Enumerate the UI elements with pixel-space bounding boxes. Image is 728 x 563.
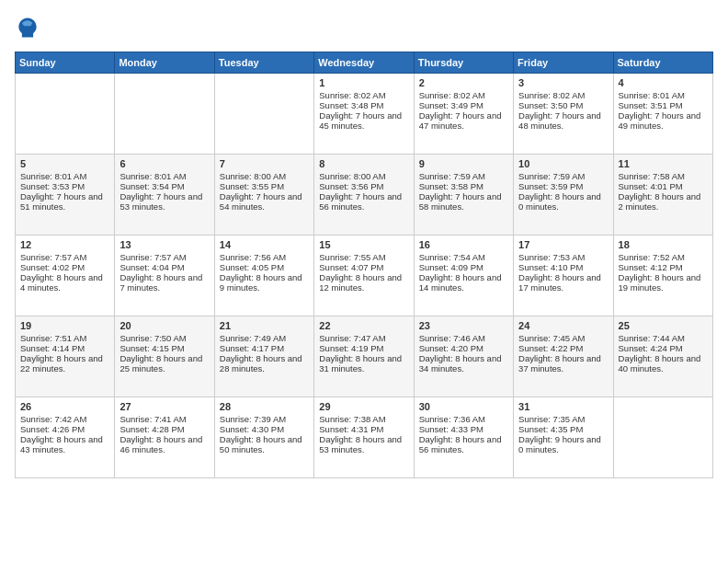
day-info: Daylight: 8 hours and 37 minutes. (518, 353, 608, 373)
day-number: 1 (319, 77, 408, 88)
calendar-cell: 7Sunrise: 8:00 AMSunset: 3:55 PMDaylight… (214, 155, 313, 236)
day-number: 29 (319, 401, 408, 412)
day-number: 30 (419, 401, 508, 412)
day-info: Sunset: 4:05 PM (220, 262, 309, 272)
day-info: Sunrise: 8:02 AM (419, 90, 508, 100)
day-number: 5 (20, 158, 109, 169)
day-number: 22 (319, 320, 408, 331)
day-info: Sunset: 4:10 PM (518, 262, 608, 272)
day-info: Sunset: 4:01 PM (619, 181, 708, 191)
week-row-4: 19Sunrise: 7:51 AMSunset: 4:14 PMDayligh… (16, 316, 713, 397)
day-info: Sunrise: 7:50 AM (119, 333, 209, 343)
day-number: 7 (220, 158, 309, 169)
week-row-2: 5Sunrise: 8:01 AMSunset: 3:53 PMDaylight… (16, 155, 713, 236)
day-info: Sunset: 3:54 PM (119, 181, 209, 191)
calendar-cell: 27Sunrise: 7:41 AMSunset: 4:28 PMDayligh… (115, 397, 214, 478)
calendar-cell: 6Sunrise: 8:01 AMSunset: 3:54 PMDaylight… (115, 155, 214, 236)
day-number: 27 (119, 401, 209, 412)
header-monday: Monday (115, 52, 214, 74)
calendar-cell: 12Sunrise: 7:57 AMSunset: 4:02 PMDayligh… (16, 236, 115, 316)
day-info: Daylight: 7 hours and 53 minutes. (119, 191, 209, 212)
page-header (15, 15, 713, 40)
day-info: Sunrise: 7:44 AM (619, 333, 708, 343)
day-info: Sunset: 4:35 PM (518, 424, 608, 434)
header-tuesday: Tuesday (214, 52, 313, 74)
day-info: Sunrise: 8:01 AM (20, 171, 109, 181)
logo-icon (15, 15, 40, 40)
day-info: Daylight: 8 hours and 46 minutes. (119, 434, 209, 454)
calendar-cell: 13Sunrise: 7:57 AMSunset: 4:04 PMDayligh… (115, 236, 214, 316)
day-info: Daylight: 7 hours and 58 minutes. (419, 191, 508, 212)
day-info: Daylight: 8 hours and 56 minutes. (419, 434, 508, 454)
day-number: 13 (119, 239, 209, 250)
day-info: Daylight: 8 hours and 25 minutes. (119, 353, 209, 373)
day-info: Sunrise: 8:00 AM (220, 171, 309, 181)
day-info: Daylight: 8 hours and 28 minutes. (220, 353, 309, 373)
week-row-5: 26Sunrise: 7:42 AMSunset: 4:26 PMDayligh… (16, 397, 713, 478)
calendar-cell: 28Sunrise: 7:39 AMSunset: 4:30 PMDayligh… (214, 397, 313, 478)
calendar-cell: 18Sunrise: 7:52 AMSunset: 4:12 PMDayligh… (613, 236, 712, 316)
day-info: Sunrise: 8:02 AM (518, 90, 608, 100)
day-info: Sunset: 3:50 PM (518, 100, 608, 110)
day-info: Sunset: 3:49 PM (419, 100, 508, 110)
day-number: 28 (220, 401, 309, 412)
day-number: 2 (419, 77, 508, 88)
day-info: Daylight: 8 hours and 34 minutes. (419, 353, 508, 373)
day-info: Sunset: 4:31 PM (319, 424, 408, 434)
day-number: 19 (20, 320, 109, 331)
day-number: 18 (619, 239, 708, 250)
day-info: Sunrise: 8:01 AM (619, 90, 708, 100)
calendar-cell: 25Sunrise: 7:44 AMSunset: 4:24 PMDayligh… (613, 316, 712, 397)
day-number: 10 (518, 158, 608, 169)
day-info: Daylight: 8 hours and 0 minutes. (518, 191, 608, 212)
day-info: Sunset: 4:26 PM (20, 424, 109, 434)
day-info: Sunrise: 7:57 AM (20, 252, 109, 262)
calendar-header-row: SundayMondayTuesdayWednesdayThursdayFrid… (16, 52, 713, 74)
day-info: Sunrise: 7:57 AM (119, 252, 209, 262)
day-info: Sunrise: 7:35 AM (518, 414, 608, 424)
day-info: Sunrise: 7:46 AM (419, 333, 508, 343)
day-info: Daylight: 8 hours and 40 minutes. (619, 353, 708, 373)
calendar-cell: 11Sunrise: 7:58 AMSunset: 4:01 PMDayligh… (613, 155, 712, 236)
day-info: Daylight: 7 hours and 51 minutes. (20, 191, 109, 212)
day-info: Sunset: 4:19 PM (319, 343, 408, 353)
day-number: 6 (119, 158, 209, 169)
day-info: Sunset: 4:24 PM (619, 343, 708, 353)
day-info: Daylight: 7 hours and 48 minutes. (518, 110, 608, 131)
day-number: 14 (220, 239, 309, 250)
day-info: Sunrise: 7:42 AM (20, 414, 109, 424)
day-number: 23 (419, 320, 508, 331)
calendar-cell: 9Sunrise: 7:59 AMSunset: 3:58 PMDaylight… (414, 155, 513, 236)
day-info: Sunset: 4:22 PM (518, 343, 608, 353)
day-info: Sunrise: 7:59 AM (518, 171, 608, 181)
calendar-cell: 21Sunrise: 7:49 AMSunset: 4:17 PMDayligh… (214, 316, 313, 397)
day-info: Daylight: 8 hours and 50 minutes. (220, 434, 309, 454)
day-info: Sunrise: 7:45 AM (518, 333, 608, 343)
header-friday: Friday (514, 52, 613, 74)
calendar-cell: 8Sunrise: 8:00 AMSunset: 3:56 PMDaylight… (314, 155, 414, 236)
day-number: 15 (319, 239, 408, 250)
calendar-table: SundayMondayTuesdayWednesdayThursdayFrid… (15, 52, 713, 478)
header-saturday: Saturday (613, 52, 712, 74)
day-info: Daylight: 8 hours and 19 minutes. (619, 272, 708, 293)
day-number: 24 (518, 320, 608, 331)
day-info: Sunrise: 7:39 AM (220, 414, 309, 424)
day-info: Daylight: 7 hours and 49 minutes. (619, 110, 708, 131)
header-wednesday: Wednesday (314, 52, 414, 74)
calendar-cell: 29Sunrise: 7:38 AMSunset: 4:31 PMDayligh… (314, 397, 414, 478)
day-number: 9 (419, 158, 508, 169)
day-info: Daylight: 8 hours and 22 minutes. (20, 353, 109, 373)
calendar-cell: 20Sunrise: 7:50 AMSunset: 4:15 PMDayligh… (115, 316, 214, 397)
day-number: 26 (20, 401, 109, 412)
day-number: 16 (419, 239, 508, 250)
day-info: Sunrise: 7:36 AM (419, 414, 508, 424)
day-number: 8 (319, 158, 408, 169)
day-info: Daylight: 7 hours and 45 minutes. (319, 110, 408, 131)
day-info: Sunrise: 8:01 AM (119, 171, 209, 181)
day-info: Daylight: 8 hours and 14 minutes. (419, 272, 508, 293)
day-info: Sunset: 4:09 PM (419, 262, 508, 272)
day-info: Sunrise: 7:54 AM (419, 252, 508, 262)
day-info: Daylight: 7 hours and 54 minutes. (220, 191, 309, 212)
day-info: Daylight: 8 hours and 4 minutes. (20, 272, 109, 293)
day-info: Sunrise: 7:58 AM (619, 171, 708, 181)
